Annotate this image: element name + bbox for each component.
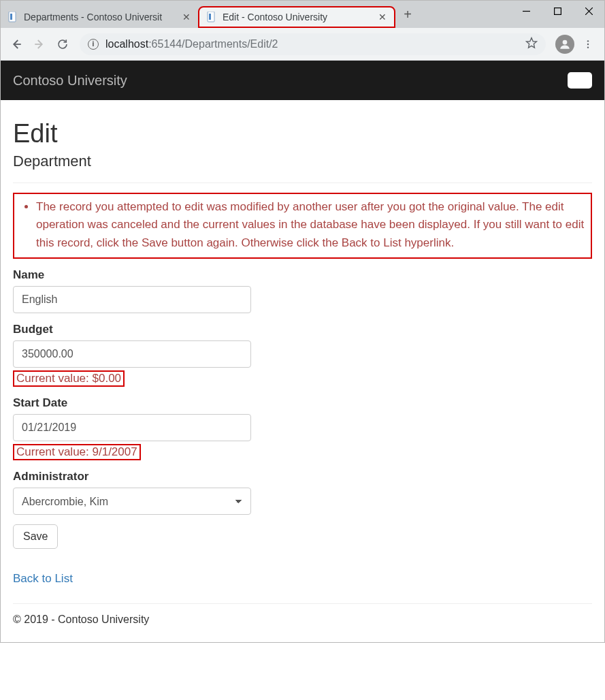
page-content: Edit Department The record you attempted…	[1, 100, 604, 642]
new-tab-button[interactable]: +	[398, 5, 417, 24]
close-window-button[interactable]	[573, 1, 604, 21]
svg-point-11	[563, 39, 568, 44]
close-icon[interactable]: ✕	[378, 12, 387, 22]
site-info-icon[interactable]: i	[88, 39, 99, 50]
svg-point-13	[587, 43, 589, 44]
svg-marker-10	[527, 37, 537, 48]
url-path: /Departments/Edit/2	[182, 38, 278, 50]
url-port: :65144	[148, 38, 182, 50]
minimize-button[interactable]	[510, 1, 542, 21]
tab-strip: Departments - Contoso Universit ✕ Edit -…	[1, 1, 604, 28]
profile-avatar-icon[interactable]	[555, 35, 574, 54]
svg-rect-3	[209, 14, 211, 20]
save-button[interactable]: Save	[13, 524, 58, 549]
page-icon	[206, 12, 217, 22]
page-title: Edit	[13, 119, 592, 148]
page-icon	[7, 12, 18, 22]
administrator-label: Administrator	[13, 470, 592, 483]
startdate-label: Start Date	[13, 396, 592, 410]
browser-tab-inactive[interactable]: Departments - Contoso Universit ✕	[1, 6, 198, 28]
back-button[interactable]	[5, 33, 28, 56]
url-text: localhost:65144/Departments/Edit/2	[105, 38, 278, 50]
validation-summary-message: The record you attempted to edit was mod…	[36, 198, 585, 252]
svg-rect-5	[554, 7, 561, 14]
administrator-select[interactable]: Abercrombie, Kim	[13, 488, 251, 515]
app-navbar: Contoso University	[1, 61, 604, 100]
address-bar[interactable]: i localhost:65144/Departments/Edit/2	[80, 33, 546, 55]
name-input[interactable]	[13, 286, 251, 313]
forward-button[interactable]	[28, 33, 51, 56]
budget-input[interactable]	[13, 340, 251, 368]
form-group-submit: Save	[13, 524, 592, 549]
form-group-name: Name	[13, 268, 592, 313]
browser-tab-active[interactable]: Edit - Contoso University ✕	[198, 6, 395, 28]
app-brand[interactable]: Contoso University	[13, 73, 127, 89]
form-group-administrator: Administrator Abercrombie, Kim	[13, 470, 592, 515]
tab-title: Departments - Contoso Universit	[24, 12, 178, 22]
footer-divider	[13, 603, 592, 604]
svg-point-12	[587, 40, 589, 42]
browser-toolbar: i localhost:65144/Departments/Edit/2	[1, 28, 604, 61]
svg-point-14	[587, 46, 589, 48]
tab-title: Edit - Contoso University	[223, 12, 374, 22]
budget-validation-message: Current value: $0.00	[13, 370, 125, 387]
browser-window: Departments - Contoso Universit ✕ Edit -…	[0, 0, 605, 643]
form-group-startdate: Start Date Current value: 9/1/2007	[13, 396, 592, 460]
name-label: Name	[13, 268, 592, 282]
divider	[13, 182, 592, 183]
navbar-toggle-button[interactable]	[568, 72, 592, 89]
url-host: localhost	[105, 38, 148, 50]
page-subtitle: Department	[13, 153, 592, 170]
footer-text: © 2019 - Contoso University	[13, 614, 592, 626]
maximize-button[interactable]	[542, 1, 573, 21]
validation-summary: The record you attempted to edit was mod…	[13, 193, 592, 259]
svg-rect-1	[10, 14, 12, 20]
startdate-validation-message: Current value: 9/1/2007	[13, 444, 141, 460]
back-to-list-link[interactable]: Back to List	[13, 572, 73, 586]
startdate-input[interactable]	[13, 414, 251, 441]
close-icon[interactable]: ✕	[182, 12, 191, 22]
bookmark-star-icon[interactable]	[525, 37, 538, 52]
budget-label: Budget	[13, 323, 592, 336]
browser-menu-icon[interactable]	[578, 35, 598, 54]
form-group-budget: Budget Current value: $0.00	[13, 323, 592, 387]
reload-button[interactable]	[51, 33, 74, 56]
window-controls	[510, 1, 604, 21]
